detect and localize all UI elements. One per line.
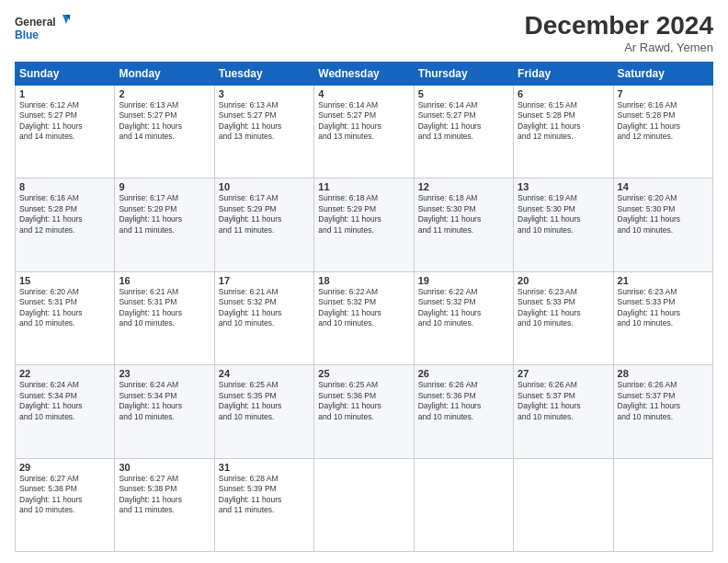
day-number: 12 <box>418 181 509 192</box>
day-info: Sunrise: 6:21 AM Sunset: 5:32 PM Dayligh… <box>219 287 310 329</box>
day-number: 3 <box>219 88 310 99</box>
day-info: Sunrise: 6:13 AM Sunset: 5:27 PM Dayligh… <box>219 100 310 143</box>
day-info: Sunrise: 6:18 AM Sunset: 5:30 PM Dayligh… <box>418 193 509 236</box>
calendar-cell: 10Sunrise: 6:17 AM Sunset: 5:29 PM Dayli… <box>214 178 313 271</box>
day-number: 4 <box>318 88 409 99</box>
calendar-cell: 29Sunrise: 6:27 AM Sunset: 5:38 PM Dayli… <box>16 458 115 551</box>
day-number: 27 <box>518 368 609 379</box>
calendar-cell <box>314 458 414 551</box>
day-info: Sunrise: 6:24 AM Sunset: 5:34 PM Dayligh… <box>19 380 110 422</box>
day-number: 29 <box>19 462 110 473</box>
day-number: 5 <box>418 88 509 99</box>
day-number: 2 <box>119 88 210 99</box>
svg-text:Blue: Blue <box>15 29 39 41</box>
col-header-monday: Monday <box>115 63 214 86</box>
location: Ar Rawd, Yemen <box>525 40 713 54</box>
day-info: Sunrise: 6:27 AM Sunset: 5:38 PM Dayligh… <box>119 474 210 516</box>
day-info: Sunrise: 6:16 AM Sunset: 5:28 PM Dayligh… <box>19 193 110 236</box>
day-info: Sunrise: 6:26 AM Sunset: 5:37 PM Dayligh… <box>618 380 709 422</box>
col-header-saturday: Saturday <box>613 63 712 86</box>
day-number: 19 <box>418 275 509 286</box>
calendar-cell: 6Sunrise: 6:15 AM Sunset: 5:28 PM Daylig… <box>514 86 613 178</box>
day-number: 7 <box>618 88 709 99</box>
calendar-cell: 19Sunrise: 6:22 AM Sunset: 5:32 PM Dayli… <box>414 271 513 364</box>
logo: General Blue <box>15 11 70 48</box>
day-info: Sunrise: 6:26 AM Sunset: 5:36 PM Dayligh… <box>418 380 509 422</box>
calendar-cell <box>514 458 613 551</box>
calendar-cell: 17Sunrise: 6:21 AM Sunset: 5:32 PM Dayli… <box>214 271 313 364</box>
calendar-cell: 18Sunrise: 6:22 AM Sunset: 5:32 PM Dayli… <box>314 271 414 364</box>
day-info: Sunrise: 6:25 AM Sunset: 5:36 PM Dayligh… <box>318 380 409 422</box>
day-number: 17 <box>219 275 310 286</box>
calendar-cell: 3Sunrise: 6:13 AM Sunset: 5:27 PM Daylig… <box>214 86 313 178</box>
col-header-tuesday: Tuesday <box>214 63 313 86</box>
day-number: 9 <box>119 181 210 192</box>
day-number: 24 <box>219 368 310 379</box>
day-number: 1 <box>19 88 110 99</box>
day-number: 15 <box>19 275 110 286</box>
day-number: 8 <box>19 181 110 192</box>
calendar-cell: 15Sunrise: 6:20 AM Sunset: 5:31 PM Dayli… <box>16 271 115 364</box>
day-number: 18 <box>318 275 409 286</box>
calendar-cell: 27Sunrise: 6:26 AM Sunset: 5:37 PM Dayli… <box>514 365 613 458</box>
calendar-cell: 14Sunrise: 6:20 AM Sunset: 5:30 PM Dayli… <box>613 178 712 271</box>
calendar-cell: 13Sunrise: 6:19 AM Sunset: 5:30 PM Dayli… <box>514 178 613 271</box>
calendar-cell: 24Sunrise: 6:25 AM Sunset: 5:35 PM Dayli… <box>214 365 313 458</box>
col-header-thursday: Thursday <box>414 63 513 86</box>
day-info: Sunrise: 6:13 AM Sunset: 5:27 PM Dayligh… <box>119 100 210 143</box>
day-info: Sunrise: 6:24 AM Sunset: 5:34 PM Dayligh… <box>119 380 210 422</box>
logo-svg: General Blue <box>15 11 70 48</box>
calendar-cell: 7Sunrise: 6:16 AM Sunset: 5:28 PM Daylig… <box>613 86 712 178</box>
day-info: Sunrise: 6:15 AM Sunset: 5:28 PM Dayligh… <box>518 100 609 143</box>
month-title: December 2024 <box>525 11 713 40</box>
day-number: 23 <box>119 368 210 379</box>
day-number: 13 <box>518 181 609 192</box>
col-header-friday: Friday <box>514 63 613 86</box>
calendar-cell: 16Sunrise: 6:21 AM Sunset: 5:31 PM Dayli… <box>115 271 214 364</box>
day-number: 22 <box>19 368 110 379</box>
day-info: Sunrise: 6:25 AM Sunset: 5:35 PM Dayligh… <box>219 380 310 422</box>
day-info: Sunrise: 6:23 AM Sunset: 5:33 PM Dayligh… <box>518 287 609 329</box>
col-header-wednesday: Wednesday <box>314 63 414 86</box>
day-info: Sunrise: 6:27 AM Sunset: 5:38 PM Dayligh… <box>19 474 110 516</box>
day-number: 16 <box>119 275 210 286</box>
calendar-cell: 21Sunrise: 6:23 AM Sunset: 5:33 PM Dayli… <box>613 271 712 364</box>
day-info: Sunrise: 6:16 AM Sunset: 5:28 PM Dayligh… <box>618 100 709 143</box>
calendar-cell: 22Sunrise: 6:24 AM Sunset: 5:34 PM Dayli… <box>16 365 115 458</box>
day-number: 11 <box>318 181 409 192</box>
calendar-cell <box>613 458 712 551</box>
calendar-cell: 4Sunrise: 6:14 AM Sunset: 5:27 PM Daylig… <box>314 86 414 178</box>
day-number: 25 <box>318 368 409 379</box>
day-info: Sunrise: 6:26 AM Sunset: 5:37 PM Dayligh… <box>518 380 609 422</box>
day-info: Sunrise: 6:17 AM Sunset: 5:29 PM Dayligh… <box>219 193 310 236</box>
calendar-cell: 28Sunrise: 6:26 AM Sunset: 5:37 PM Dayli… <box>613 365 712 458</box>
calendar-cell <box>414 458 513 551</box>
day-info: Sunrise: 6:14 AM Sunset: 5:27 PM Dayligh… <box>418 100 509 143</box>
calendar-cell: 2Sunrise: 6:13 AM Sunset: 5:27 PM Daylig… <box>115 86 214 178</box>
page: General Blue December 2024 Ar Rawd, Yeme… <box>0 0 728 563</box>
calendar-cell: 8Sunrise: 6:16 AM Sunset: 5:28 PM Daylig… <box>16 178 115 271</box>
day-number: 26 <box>418 368 509 379</box>
calendar-cell: 12Sunrise: 6:18 AM Sunset: 5:30 PM Dayli… <box>414 178 513 271</box>
day-number: 20 <box>518 275 609 286</box>
svg-text:General: General <box>15 16 56 29</box>
day-number: 31 <box>219 462 310 473</box>
day-info: Sunrise: 6:14 AM Sunset: 5:27 PM Dayligh… <box>318 100 409 143</box>
day-number: 10 <box>219 181 310 192</box>
day-info: Sunrise: 6:18 AM Sunset: 5:29 PM Dayligh… <box>318 193 409 236</box>
calendar-cell: 5Sunrise: 6:14 AM Sunset: 5:27 PM Daylig… <box>414 86 513 178</box>
day-number: 6 <box>518 88 609 99</box>
day-info: Sunrise: 6:17 AM Sunset: 5:29 PM Dayligh… <box>119 193 210 236</box>
day-number: 14 <box>618 181 709 192</box>
day-info: Sunrise: 6:19 AM Sunset: 5:30 PM Dayligh… <box>518 193 609 236</box>
col-header-sunday: Sunday <box>16 63 115 86</box>
calendar-cell: 20Sunrise: 6:23 AM Sunset: 5:33 PM Dayli… <box>514 271 613 364</box>
title-block: December 2024 Ar Rawd, Yemen <box>525 11 713 54</box>
calendar-table: SundayMondayTuesdayWednesdayThursdayFrid… <box>15 62 713 552</box>
day-number: 30 <box>119 462 210 473</box>
day-info: Sunrise: 6:12 AM Sunset: 5:27 PM Dayligh… <box>19 100 110 143</box>
day-number: 21 <box>618 275 709 286</box>
calendar-cell: 11Sunrise: 6:18 AM Sunset: 5:29 PM Dayli… <box>314 178 414 271</box>
calendar-cell: 25Sunrise: 6:25 AM Sunset: 5:36 PM Dayli… <box>314 365 414 458</box>
day-info: Sunrise: 6:28 AM Sunset: 5:39 PM Dayligh… <box>219 474 310 516</box>
